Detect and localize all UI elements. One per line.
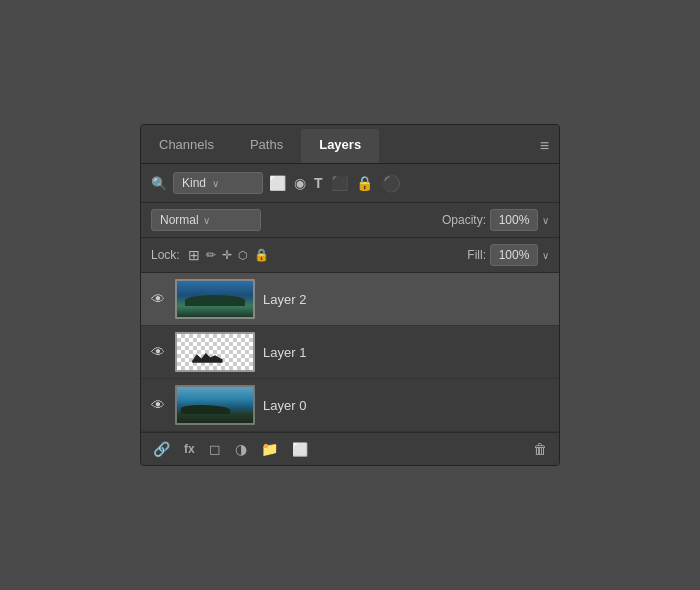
opacity-chevron[interactable]: ∨ (542, 215, 549, 226)
filter-type-icon[interactable]: T (314, 175, 323, 191)
layer-item-layer1[interactable]: 👁 Layer 1 (141, 326, 559, 379)
kind-label: Kind (182, 176, 206, 190)
blend-mode-label: Normal (160, 213, 199, 227)
filter-smart-icon[interactable]: 🔒 (356, 175, 373, 191)
layer1-silhouette (192, 352, 222, 363)
layer-thumb-layer1 (175, 332, 255, 372)
search-icon: 🔍 (151, 176, 167, 191)
filter-pixel-icon[interactable]: ⬜ (269, 175, 286, 191)
layer-item-layer0[interactable]: 👁 Layer 0 (141, 379, 559, 432)
layers-panel: Channels Paths Layers ≡ 🔍 Kind ∨ ⬜ ◉ T ⬛… (140, 124, 560, 466)
bottom-bar: 🔗 fx ◻ ◑ 📁 ⬜ 🗑 (141, 432, 559, 465)
filter-toggle-icon[interactable]: ⚫ (381, 174, 401, 193)
layer-thumb-layer0 (175, 385, 255, 425)
tab-paths[interactable]: Paths (232, 129, 301, 163)
fill-group: Fill: 100% ∨ (467, 244, 549, 266)
panel-menu-icon[interactable]: ≡ (530, 129, 559, 163)
lock-position-icon[interactable]: ✛ (222, 248, 232, 262)
layer-thumb-content-layer0 (177, 387, 253, 423)
link-icon[interactable]: 🔗 (149, 439, 174, 459)
filter-adjust-icon[interactable]: ◉ (294, 175, 306, 191)
layer-item-layer2[interactable]: 👁 Layer 2 (141, 273, 559, 326)
mask-icon[interactable]: ◻ (205, 439, 225, 459)
filter-shape-icon[interactable]: ⬛ (331, 175, 348, 191)
delete-icon[interactable]: 🗑 (529, 439, 551, 459)
adjustment-icon[interactable]: ◑ (231, 439, 251, 459)
new-layer-icon[interactable]: ⬜ (288, 440, 312, 459)
visibility-icon-layer1[interactable]: 👁 (149, 344, 167, 360)
blend-row: Normal ∨ Opacity: 100% ∨ (141, 203, 559, 238)
fill-chevron[interactable]: ∨ (542, 250, 549, 261)
layer-name-layer2: Layer 2 (263, 292, 306, 307)
blend-mode-dropdown[interactable]: Normal ∨ (151, 209, 261, 231)
kind-dropdown[interactable]: Kind ∨ (173, 172, 263, 194)
group-icon[interactable]: 📁 (257, 439, 282, 459)
layer-name-layer0: Layer 0 (263, 398, 306, 413)
opacity-input[interactable]: 100% (490, 209, 538, 231)
tab-channels[interactable]: Channels (141, 129, 232, 163)
tab-layers[interactable]: Layers (301, 129, 379, 163)
kind-chevron: ∨ (212, 178, 219, 189)
filter-icons: ⬜ ◉ T ⬛ 🔒 ⚫ (269, 174, 401, 193)
layer-thumb-content-layer1 (177, 334, 253, 370)
lock-all-icon[interactable]: 🔒 (254, 248, 269, 262)
visibility-icon-layer2[interactable]: 👁 (149, 291, 167, 307)
visibility-icon-layer0[interactable]: 👁 (149, 397, 167, 413)
layer-thumb-content-layer2 (177, 281, 253, 317)
layers-list: 👁 Layer 2 👁 Layer 1 👁 Layer 0 (141, 273, 559, 432)
lock-image-icon[interactable]: ✏ (206, 248, 216, 262)
lock-pixels-icon[interactable]: ⊞ (188, 247, 200, 263)
lock-label: Lock: (151, 248, 180, 262)
fill-input[interactable]: 100% (490, 244, 538, 266)
layer-name-layer1: Layer 1 (263, 345, 306, 360)
layer-thumb-layer2 (175, 279, 255, 319)
fill-label: Fill: (467, 248, 486, 262)
filter-row: 🔍 Kind ∨ ⬜ ◉ T ⬛ 🔒 ⚫ (141, 164, 559, 203)
fx-icon[interactable]: fx (180, 440, 199, 458)
lock-artboard-icon[interactable]: ⬡ (238, 249, 248, 262)
tab-spacer (379, 129, 530, 163)
opacity-group: Opacity: 100% ∨ (442, 209, 549, 231)
lock-row: Lock: ⊞ ✏ ✛ ⬡ 🔒 Fill: 100% ∨ (141, 238, 559, 273)
blend-mode-chevron: ∨ (203, 215, 210, 226)
opacity-label: Opacity: (442, 213, 486, 227)
tab-bar: Channels Paths Layers ≡ (141, 125, 559, 164)
